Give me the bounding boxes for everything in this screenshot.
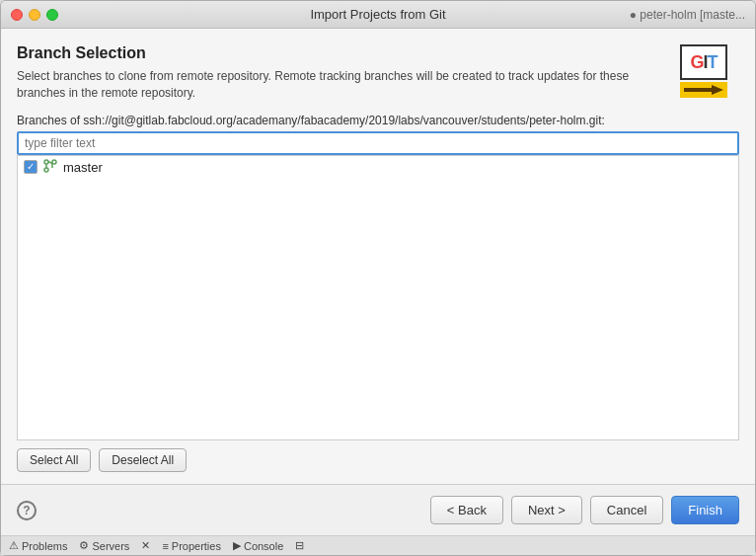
git-logo: GIT (680, 44, 739, 99)
git-letter-g: G (690, 52, 703, 73)
filter-input[interactable] (17, 131, 739, 155)
branches-list: ✓ master (17, 155, 739, 440)
problems-label: Problems (22, 540, 67, 552)
git-logo-text: GIT (680, 44, 727, 80)
taskbar-console[interactable]: ▶ Console (233, 539, 283, 552)
taskbar-extra-icon: ⊟ (295, 539, 304, 552)
list-item[interactable]: ✓ master (18, 156, 738, 179)
taskbar-servers[interactable]: ⚙ Servers (79, 539, 129, 552)
svg-point-1 (44, 160, 48, 164)
taskbar-properties[interactable]: ≡ Properties (162, 540, 221, 552)
branch-checkbox[interactable]: ✓ (24, 160, 38, 174)
cancel-button[interactable]: Cancel (590, 496, 663, 524)
next-button[interactable]: Next > (511, 496, 582, 524)
branches-label: Branches of ssh://git@gitlab.fabcloud.or… (17, 114, 739, 127)
close-button[interactable] (11, 9, 23, 21)
git-arrow (680, 82, 727, 98)
page-title: Branch Selection (17, 44, 680, 62)
back-button[interactable]: < Back (430, 496, 503, 524)
taskbar-problems[interactable]: ⚠ Problems (9, 539, 67, 552)
problems-icon: ⚠ (9, 539, 19, 552)
header-description: Select branches to clone from remote rep… (17, 68, 680, 102)
svg-point-3 (44, 168, 48, 172)
console-icon: ▶ (233, 539, 241, 552)
main-window: Import Projects from Git ● peter-holm [m… (0, 0, 756, 556)
check-mark: ✓ (27, 162, 35, 172)
header-text: Branch Selection Select branches to clon… (17, 44, 680, 102)
taskbar-close-icon[interactable]: ✕ (141, 539, 150, 552)
help-button[interactable]: ? (17, 501, 37, 520)
bottom-bar: ? < Back Next > Cancel Finish (1, 484, 755, 535)
list-wrapper: ✓ master (17, 155, 739, 484)
header-section: Branch Selection Select branches to clon… (17, 44, 739, 102)
maximize-button[interactable] (46, 9, 58, 21)
svg-point-2 (52, 160, 56, 164)
select-all-button[interactable]: Select All (17, 448, 91, 472)
servers-label: Servers (92, 540, 129, 552)
minimize-button[interactable] (29, 9, 40, 21)
deselect-all-button[interactable]: Deselect All (99, 448, 187, 472)
git-letter-t: T (708, 52, 718, 73)
console-label: Console (244, 540, 283, 552)
branch-name: master (63, 160, 103, 175)
window-title: Import Projects from Git (310, 7, 445, 22)
select-buttons: Select All Deselect All (17, 448, 739, 472)
svg-marker-0 (684, 85, 723, 95)
properties-icon: ≡ (162, 540, 168, 552)
taskbar: ⚠ Problems ⚙ Servers ✕ ≡ Properties ▶ Co… (1, 535, 755, 555)
titlebar: Import Projects from Git ● peter-holm [m… (1, 1, 755, 29)
servers-icon: ⚙ (79, 539, 89, 552)
titlebar-right-info: ● peter-holm [maste... (630, 8, 745, 22)
finish-button[interactable]: Finish (671, 496, 739, 524)
traffic-lights (11, 9, 58, 21)
properties-label: Properties (172, 540, 221, 552)
branch-icon (43, 159, 57, 176)
content-area: Branch Selection Select branches to clon… (1, 29, 755, 484)
